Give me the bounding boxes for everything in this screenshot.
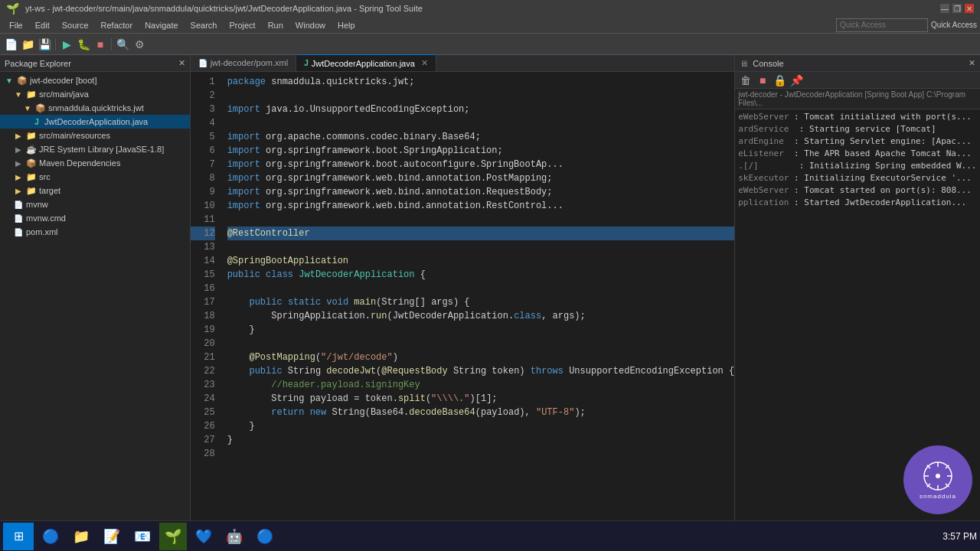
tab-main-java[interactable]: J JwtDecoderApplication.java ✕ (296, 54, 436, 71)
tab-pom-label: jwt-decoder/pom.xml (211, 58, 288, 67)
tree-jre-icon: ☕ (26, 145, 37, 155)
tree-label-src-main: src/main/java (39, 90, 89, 99)
search-toolbar-button[interactable]: 🔍 (115, 37, 130, 52)
code-content[interactable]: package snmaddula.quicktricks.jwt; impor… (221, 72, 735, 534)
tree-item-jre[interactable]: ▶ ☕ JRE System Library [JavaSE-1.8] (0, 142, 190, 156)
taskbar-android[interactable]: 🤖 (220, 523, 248, 550)
tree-label-jre: JRE System Library [JavaSE-1.8] (39, 145, 164, 154)
console-close-icon[interactable]: ✕ (969, 58, 975, 68)
tree-item-mvnw[interactable]: 📄 mvnw (0, 197, 190, 211)
taskbar-explorer[interactable]: 📁 (67, 523, 95, 550)
menu-window[interactable]: Window (289, 19, 332, 31)
tree-item-label: jwt-decoder [boot] (30, 76, 96, 85)
console-log-5: .[/] : Initializing Spring embedded W... (738, 160, 977, 172)
tree-expand-icon-3: ▼ (21, 102, 34, 114)
taskbar-sts[interactable]: 🌱 (159, 523, 187, 550)
tree-label-src-res: src/main/resources (39, 131, 110, 140)
start-button[interactable]: ⊞ (3, 523, 34, 550)
avatar-text: snmaddula (920, 493, 956, 500)
avatar-icon (923, 461, 953, 491)
console-stop-button[interactable]: ■ (755, 73, 770, 88)
menu-file[interactable]: File (3, 19, 29, 31)
tab-pom[interactable]: 📄 jwt-decoder/pom.xml (191, 54, 296, 71)
menu-refactor[interactable]: Refactor (95, 19, 139, 31)
title-bar-left: 🌱 yt-ws - jwt-decoder/src/main/java/snma… (6, 2, 423, 15)
tree-item-src-main-java[interactable]: ▼ 📁 src/main/java (0, 87, 190, 101)
tree-item-src[interactable]: ▶ 📁 src (0, 170, 190, 184)
console-log-7: eWebServer : Tomcat started on port(s): … (738, 184, 977, 197)
taskbar-vscode[interactable]: 💙 (190, 523, 217, 550)
menu-edit[interactable]: Edit (29, 19, 56, 31)
title-bar: 🌱 yt-ws - jwt-decoder/src/main/java/snma… (0, 0, 980, 17)
separator-1 (55, 38, 56, 51)
console-clear-button[interactable]: 🗑 (738, 73, 753, 88)
tree-label-target: target (39, 186, 60, 195)
tree-expand-icon-8: ▶ (12, 171, 24, 183)
pe-close-icon[interactable]: ✕ (178, 58, 185, 68)
save-button[interactable]: 💾 (37, 37, 52, 52)
menu-source[interactable]: Source (56, 19, 95, 31)
main-area: Package Explorer ✕ ▼ 📦 jwt-decoder [boot… (0, 55, 980, 534)
console-log-4: eListener : The APR based Apache Tomcat … (738, 148, 977, 160)
run-button[interactable]: ▶ (59, 37, 74, 52)
menu-navigate[interactable]: Navigate (139, 19, 184, 31)
tree-folder-icon: 📦 (17, 76, 28, 86)
tree-item-src-main-res[interactable]: ▶ 📁 src/main/resources (0, 129, 190, 142)
window-title: yt-ws - jwt-decoder/src/main/java/snmadd… (25, 4, 423, 13)
tree-expand-icon-2: ▼ (12, 88, 24, 100)
debug-button[interactable]: 🐛 (76, 37, 91, 52)
tree-pkg-icon: 📦 (35, 103, 46, 113)
tree-file-icon-11: 📄 (12, 212, 24, 224)
package-explorer-header: Package Explorer ✕ (0, 55, 190, 72)
taskbar-right: 3:57 PM (942, 531, 977, 542)
tree-item-target[interactable]: ▶ 📁 target (0, 184, 190, 197)
console-header: 🖥 Console ✕ (735, 55, 980, 72)
console-scroll-lock-button[interactable]: 🔒 (772, 73, 787, 88)
menu-bar: File Edit Source Refactor Navigate Searc… (0, 17, 980, 34)
tree-xml-icon: 📄 (12, 226, 24, 238)
tree-label-pkg: snmaddula.quicktricks.jwt (48, 103, 144, 112)
new-button[interactable]: 📄 (3, 37, 18, 52)
maximize-button[interactable]: ❐ (952, 4, 962, 13)
menu-project[interactable]: Project (223, 19, 261, 31)
tree-item-root[interactable]: ▼ 📦 jwt-decoder [boot] (0, 73, 190, 87)
java-tab-icon: J (304, 59, 309, 67)
taskbar-ie[interactable]: 🔵 (37, 523, 64, 550)
console-log-8: pplication : Started JwtDecoderApplicati… (738, 197, 977, 209)
title-bar-controls: — ❐ ✕ (940, 4, 974, 13)
tree-item-mvnw-cmd[interactable]: 📄 mvnw.cmd (0, 211, 190, 225)
taskbar-chrome[interactable]: 🔵 (251, 523, 279, 550)
pom-tab-icon: 📄 (198, 59, 207, 67)
tree-item-pom[interactable]: 📄 pom.xml (0, 225, 190, 239)
taskbar: ⊞ 🔵 📁 📝 📧 🌱 💙 🤖 🔵 3:57 PM (0, 520, 980, 551)
menu-run[interactable]: Run (262, 19, 289, 31)
tree-folder-icon-5: 📁 (26, 131, 37, 141)
quick-access-input[interactable] (836, 18, 928, 32)
minimize-button[interactable]: — (940, 4, 949, 13)
avatar: snmaddula (903, 445, 972, 514)
tree-label-mvnw-cmd: mvnw.cmd (26, 214, 66, 223)
stop-button[interactable]: ■ (93, 37, 108, 52)
console-pin-button[interactable]: 📌 (789, 73, 804, 88)
tree-item-maven[interactable]: ▶ 📦 Maven Dependencies (0, 156, 190, 170)
console-log-1: eWebServer : Tomcat initialized with por… (738, 111, 977, 123)
open-button[interactable]: 📁 (20, 37, 35, 52)
taskbar-outlook[interactable]: 📧 (129, 523, 156, 550)
menu-search[interactable]: Search (185, 19, 224, 31)
close-button[interactable]: ✕ (965, 4, 974, 13)
package-explorer-tree: ▼ 📦 jwt-decoder [boot] ▼ 📁 src/main/java… (0, 72, 190, 534)
taskbar-notepad[interactable]: 📝 (98, 523, 126, 550)
menu-help[interactable]: Help (332, 19, 361, 31)
tree-expand-icon-7: ▶ (12, 157, 24, 169)
tree-expand-icon-5: ▶ (12, 129, 24, 142)
tree-folder-icon-9: 📁 (26, 186, 37, 196)
console-title: Console (753, 59, 783, 68)
settings-button[interactable]: ⚙ (132, 37, 147, 52)
app-icon: 🌱 (6, 2, 19, 15)
quick-access: Quick Access (836, 18, 977, 32)
tree-folder-icon-2: 📁 (26, 90, 37, 99)
tree-item-main-class[interactable]: J JwtDecoderApplication.java (0, 115, 190, 129)
tree-item-pkg[interactable]: ▼ 📦 snmaddula.quicktricks.jwt (0, 101, 190, 115)
tree-folder-icon-8: 📁 (26, 172, 37, 182)
tab-close-icon[interactable]: ✕ (421, 58, 428, 68)
